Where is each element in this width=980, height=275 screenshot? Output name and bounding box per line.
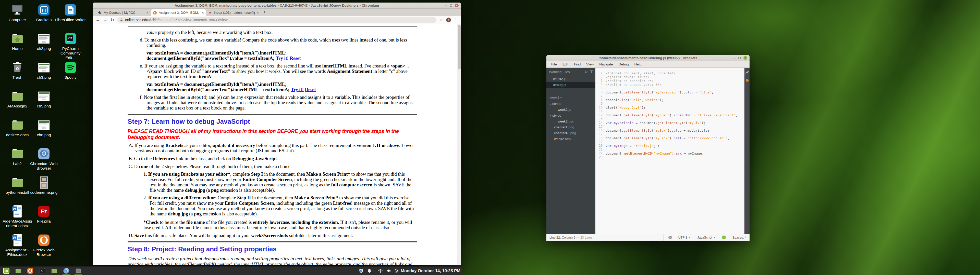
maximize-icon[interactable] [450,4,452,6]
desktop-icon-computer[interactable]: Computer [4,3,30,32]
inline-link[interactable]: Reset [305,87,316,92]
launcher-mint-menu[interactable]: lm [2,267,10,275]
inline-link[interactable]: Reset [290,56,301,61]
split-view-icon[interactable] [590,70,593,74]
desktop-icon-chromium-web-browser[interactable]: Chromium Web Browser [30,147,57,176]
browser-tab-my-courses-mypcc[interactable]: My Courses | MyPCC× [96,9,151,16]
launcher-window-gray[interactable] [74,267,82,275]
inline-link[interactable]: Try it! [291,87,304,92]
insert-mode-indicator[interactable]: INS [663,234,675,241]
tab-close-icon[interactable]: × [256,10,259,15]
indent-setting[interactable]: Spaces: 4 [729,234,749,241]
files-icon [51,267,58,274]
taskbar-clock[interactable]: Monday October 14, 10:28 PM [401,269,461,273]
back-icon[interactable]: ← [96,17,100,22]
launcher-chromium-tb[interactable] [62,267,70,275]
brackets-titlebar[interactable]: /home/aiden/Documents/cas213/debug.js (w… [546,55,749,61]
tree-file-chapter43png[interactable]: chapter43.png [546,130,595,136]
close-icon[interactable]: × [455,3,458,7]
launcher-firefox-tb[interactable] [26,267,34,275]
menu-file[interactable]: File [549,62,560,66]
desktop-icon-ch5-png[interactable]: ch5.png [30,89,57,118]
inline-link[interactable]: Try it! [275,56,289,61]
menu-navigate[interactable]: Navigate [597,62,616,66]
code-token: = [681,136,687,140]
working-file-week2[interactable]: week2.js [546,76,595,82]
maximize-icon[interactable] [738,57,741,59]
menu-help[interactable]: Help [632,62,644,66]
browser-titlebar[interactable]: Assignment 3: DOM, BOM, manipulate page … [93,3,461,9]
launcher-files[interactable] [50,267,58,275]
desktop-icon-trash[interactable]: ♻Trash [4,61,30,89]
menu-debug[interactable]: Debug [616,62,632,66]
launcher-files[interactable] [14,267,22,275]
browser-menu-icon[interactable]: ⋮ [454,17,458,22]
launcher-terminal[interactable]: $_ [38,267,46,275]
gear-icon[interactable]: ⚙ [584,70,588,74]
desktop-icon-python-install[interactable]: python-install [4,176,30,204]
desktop-icon-filezilla[interactable]: FzFileZilla [30,204,57,233]
desktop-icon-firefox-web-browser[interactable]: Firefox Web Browser [30,233,57,262]
close-icon[interactable]: × [743,56,747,60]
tray-brightness[interactable] [394,269,399,273]
code-editor-line: 9 [595,102,745,106]
bookmark-star-icon[interactable]: ☆ [439,17,443,22]
menu-edit[interactable]: Edit [560,62,571,66]
desktop-icon-aidenmaceassignment1-docx[interactable]: WAidenMaceAssignment1.docx [4,204,30,233]
desktop-icon-codememe-png[interactable]: codememe.png [30,176,57,204]
desktop-icon-ch3-png[interactable]: ch3.png [30,61,57,89]
tree-file-week2js[interactable]: week2.js [546,107,595,112]
minimize-icon[interactable]: – [733,56,735,60]
lint-status[interactable]: ✓ [719,234,729,241]
forward-icon[interactable]: → [103,17,107,22]
tab-close-icon[interactable]: × [202,10,204,15]
project-dropdown[interactable]: week2 ▾ [546,94,595,101]
desktop-icon-ch8-png[interactable]: ch8.png [30,118,57,147]
desktop-icon-assignment1-ethics-docx[interactable]: WAssignment1-Ethics.docx [4,233,30,262]
desktop-icon-spotify[interactable]: Spotify [57,61,84,89]
tray-volume[interactable] [386,269,391,273]
browser-tab-assignment-3-dom-bom-ma[interactable]: BAssignment 3: DOM, BOM, ma× [151,9,206,16]
desktop-icon-pycharm-community-edit[interactable]: PCPyCharm Community Edit... [57,32,84,61]
paragraph: e. If your are assigning the variable to… [140,63,417,79]
scrollbar-thumb[interactable] [458,25,461,70]
code-token: getElementById [624,129,652,133]
tray-wifi[interactable] [378,269,383,273]
desktop-icon-brackets[interactable]: []Brackets [30,3,57,32]
browser-tab-inbox-101-aiden-mace-pc[interactable]: MInbox (101) - aiden.mace@pc× [206,9,261,16]
tab-close-icon[interactable]: × [146,10,148,15]
tree-file-week2html[interactable]: week2.html [546,136,595,142]
line-number: 9 [595,102,606,106]
file-ext: .js [563,77,566,81]
desktop-icon-ch2-png[interactable]: ch2.png [30,32,57,61]
line-number: 12 [595,113,606,117]
wifi-icon [378,269,383,273]
minimize-icon[interactable]: – [445,4,447,7]
tray-bell[interactable]: 1 [367,269,375,273]
encoding-selector[interactable]: UTF-8▼ [675,234,694,241]
code-token: ( [652,90,654,94]
menu-view[interactable]: View [584,62,597,66]
desktop-icon-desiree-docs[interactable]: desiree-docs [4,118,30,147]
section-heading: Step 7: Learn how to debug JavaScript [127,118,417,125]
tree-file-chapter1png[interactable]: chapter1.png [546,124,595,130]
desktop-icon-lab2[interactable]: Lab2 [4,147,30,176]
tree-folder-scripts[interactable]: ▾scripts [546,101,595,107]
desktop-icon-libreoffice-writer[interactable]: LibreOffice Writer [57,3,84,32]
tray-shield[interactable]: i [359,269,364,273]
reload-icon[interactable]: ↻ [110,17,114,23]
page-scrollbar[interactable] [457,24,461,266]
code-editor[interactable]: 1/*global document, alert, console*/2/*j… [595,68,745,234]
profile-avatar[interactable]: A [446,17,451,22]
tree-file-week2css[interactable]: week2.css [546,119,595,124]
live-preview-icon[interactable] [745,71,749,74]
address-bar[interactable]: online.pcc.edu/d2l/le/content/286789/vie… [117,17,436,23]
tree-folder-styles[interactable]: ▾styles [546,112,595,119]
new-tab-button[interactable]: + [263,9,266,15]
working-file-debug[interactable]: debug.js [546,82,595,88]
desktop-icon-amassign2[interactable]: AMAssign2 [4,89,30,118]
desktop-icon-home[interactable]: Home [4,32,30,61]
menu-find[interactable]: Find [571,62,584,66]
extension-manager-icon[interactable] [745,78,749,82]
language-selector[interactable]: JavaScript▼ [694,234,719,241]
